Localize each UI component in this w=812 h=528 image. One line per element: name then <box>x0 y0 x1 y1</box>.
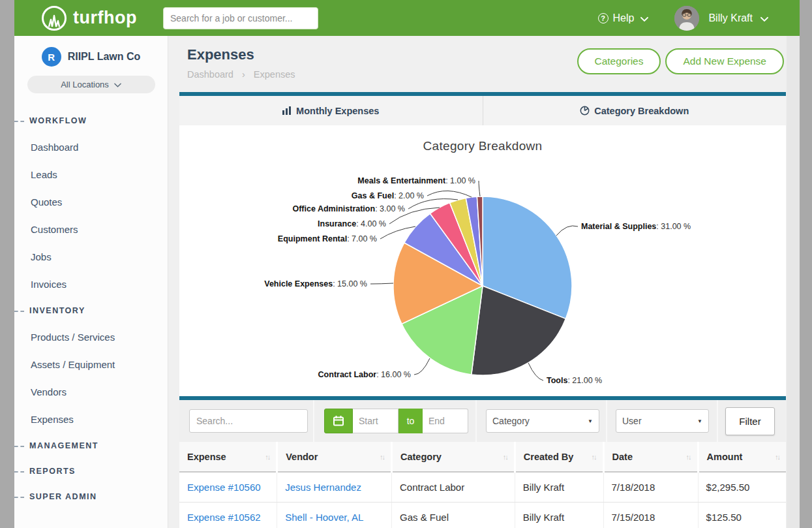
expense-link[interactable]: Expense #10562 <box>187 512 261 523</box>
pie-chart-icon <box>580 106 590 116</box>
help-icon: ? <box>598 13 609 23</box>
date-end-input[interactable] <box>423 409 468 433</box>
table-filter-bar: to Category ▼ User ▼ <box>179 400 786 442</box>
company-switcher[interactable]: R RIIPL Lawn Co <box>14 47 168 67</box>
user-select-value: User <box>622 416 642 426</box>
grass-logo-icon <box>42 6 67 31</box>
cell-date: 7/15/2018 <box>603 502 698 528</box>
pie-slice-label: Insurance: 4.00 % <box>318 219 386 228</box>
sidebar-section-management[interactable]: MANAGEMENT <box>14 433 168 458</box>
sidebar-item-expenses[interactable]: Expenses <box>14 405 168 433</box>
sidebar-item-leads[interactable]: Leads <box>14 161 168 188</box>
pie-slice-label: Contract Labor: 16.00 % <box>318 370 411 379</box>
categories-button[interactable]: Categories <box>577 48 661 74</box>
sidebar-item-customers[interactable]: Customers <box>14 215 168 243</box>
chart-tabs: Monthly Expenses Category Breakdown <box>179 96 786 125</box>
company-logo-badge: R <box>42 47 61 67</box>
cell-expense: Expense #10560 <box>179 472 277 502</box>
app-window: turfhop ? Help Billy K <box>14 0 800 528</box>
column-header-vendor[interactable]: Vendor↑↓ <box>277 442 392 472</box>
content-area: Expenses Dashboard › Expenses Categories… <box>168 36 787 528</box>
sort-icon[interactable]: ↑↓ <box>775 453 779 461</box>
tab-label: Category Breakdown <box>594 106 689 116</box>
vendor-link[interactable]: Jesus Hernandez <box>285 482 361 493</box>
filter-button[interactable]: Filter <box>725 407 775 435</box>
sort-icon[interactable]: ↑↓ <box>265 453 269 461</box>
chevron-down-icon <box>114 80 121 89</box>
sidebar-item-invoices[interactable]: Invoices <box>14 270 168 298</box>
pie-slice-label: Equipment Rental: 7.00 % <box>278 234 377 243</box>
global-search-input[interactable] <box>163 7 318 29</box>
column-header-date[interactable]: Date↑↓ <box>603 442 698 472</box>
pie-slice-label: Material & Supplies: 31.00 % <box>581 222 691 231</box>
user-avatar[interactable] <box>674 6 699 31</box>
breadcrumb: Dashboard › Expenses <box>187 69 295 80</box>
tab-category-breakdown[interactable]: Category Breakdown <box>483 96 787 125</box>
sidebar-item-dashboard[interactable]: Dashboard <box>14 133 168 161</box>
sidebar-section-workflow[interactable]: WORKFLOW <box>14 108 168 133</box>
sidebar-section-reports[interactable]: REPORTS <box>14 458 168 484</box>
pie-label-connector <box>556 226 578 236</box>
sort-icon[interactable]: ↑↓ <box>592 453 596 461</box>
column-header-expense[interactable]: Expense↑↓ <box>179 442 277 472</box>
select-caret-icon: ▼ <box>588 418 593 424</box>
cell-date: 7/18/2018 <box>603 472 698 502</box>
calendar-button[interactable] <box>324 409 353 433</box>
column-header-amount[interactable]: Amount↑↓ <box>698 442 786 472</box>
help-menu[interactable]: ? Help <box>598 12 649 24</box>
tab-monthly-expenses[interactable]: Monthly Expenses <box>179 96 483 125</box>
table-search-input[interactable] <box>189 409 308 433</box>
scrollbar-track[interactable] <box>787 36 800 528</box>
sort-icon[interactable]: ↑↓ <box>380 453 384 461</box>
sidebar-section-label: REPORTS <box>29 467 76 476</box>
sidebar-item-assets-equipment[interactable]: Assets / Equipment <box>14 350 168 378</box>
column-header-created-by[interactable]: Created By↑↓ <box>515 442 603 472</box>
sort-icon[interactable]: ↑↓ <box>686 453 691 461</box>
user-menu[interactable]: Billy Kraft <box>708 12 753 24</box>
sidebar-item-products-services[interactable]: Products / Services <box>14 323 168 350</box>
breadcrumb-current: Expenses <box>254 69 295 80</box>
sidebar-section-label: WORKFLOW <box>29 116 87 125</box>
company-name: RIIPL Lawn Co <box>68 51 141 63</box>
sidebar-section-inventory[interactable]: INVENTORY <box>14 298 168 323</box>
pie-slice-label: Vehicle Expenses: 15.00 % <box>264 279 367 288</box>
date-range-to-label: to <box>398 409 423 433</box>
add-new-expense-button[interactable]: Add New Expense <box>665 48 784 74</box>
pie-label-connector <box>414 358 430 375</box>
sidebar: R RIIPL Lawn Co All Locations WORKFLOWDa… <box>14 36 168 528</box>
chevron-down-icon <box>640 12 648 24</box>
sort-icon[interactable]: ↑↓ <box>503 453 507 461</box>
category-select[interactable]: Category ▼ <box>486 409 599 433</box>
turfhop-logo[interactable]: turfhop <box>42 6 137 31</box>
category-select-value: Category <box>492 416 530 426</box>
sidebar-item-jobs[interactable]: Jobs <box>14 243 168 270</box>
pie-label-connector <box>479 181 480 196</box>
date-start-input[interactable] <box>353 409 398 433</box>
brand-name: turfhop <box>73 8 137 28</box>
sidebar-item-vendors[interactable]: Vendors <box>14 378 168 405</box>
pie-label-connector <box>370 283 393 284</box>
breadcrumb-dashboard[interactable]: Dashboard <box>187 69 233 80</box>
sidebar-section-label: SUPER ADMIN <box>29 492 97 501</box>
chevron-down-icon[interactable] <box>760 12 768 24</box>
table-header-row: Expense↑↓ Vendor↑↓ Category↑↓ Created By… <box>179 442 786 472</box>
table-row: Expense #10562Shell - Hoover, ALGas & Fu… <box>179 502 786 528</box>
sidebar-section-super-admin[interactable]: SUPER ADMIN <box>14 484 168 509</box>
sidebar-item-quotes[interactable]: Quotes <box>14 188 168 215</box>
pie-slice-label: Office Administration: 3.00 % <box>292 204 405 213</box>
sidebar-nav: WORKFLOWDashboardLeadsQuotesCustomersJob… <box>14 108 168 509</box>
cell-category: Gas & Fuel <box>391 502 515 528</box>
expenses-table: Expense↑↓ Vendor↑↓ Category↑↓ Created By… <box>179 442 786 528</box>
cell-amount: $125.50 <box>698 502 786 528</box>
location-selector-label: All Locations <box>61 80 109 89</box>
cell-vendor: Shell - Hoover, AL <box>277 502 392 528</box>
column-header-category[interactable]: Category↑↓ <box>391 442 515 472</box>
user-select[interactable]: User ▼ <box>616 409 709 433</box>
pie-slice-label: Gas & Fuel: 2.00 % <box>352 191 424 200</box>
expense-link[interactable]: Expense #10560 <box>187 482 261 493</box>
vendor-link[interactable]: Shell - Hoover, AL <box>285 512 363 523</box>
help-label: Help <box>613 12 635 24</box>
cell-created-by: Billy Kraft <box>515 472 603 502</box>
location-selector[interactable]: All Locations <box>27 76 155 93</box>
breadcrumb-separator: › <box>242 69 245 80</box>
